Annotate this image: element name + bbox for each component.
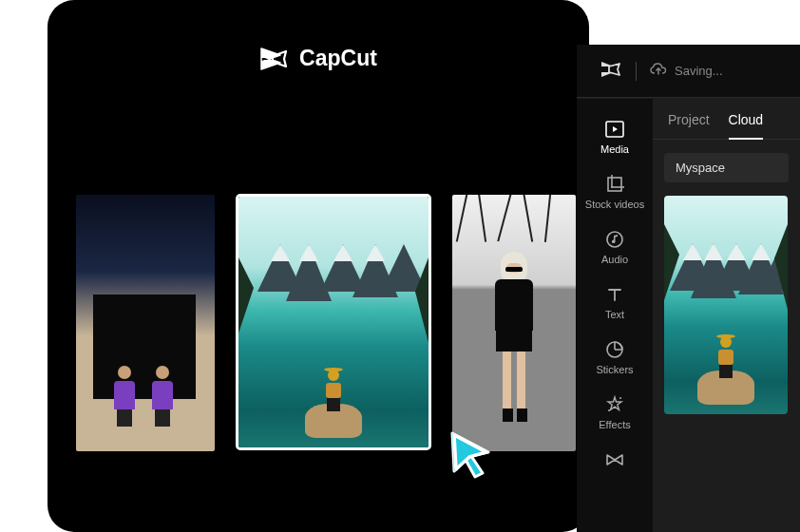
svg-point-10 bbox=[608, 409, 610, 411]
sidebar-item-stock-videos[interactable]: Stock videos bbox=[577, 169, 653, 215]
sidebar-item-audio[interactable]: Audio bbox=[577, 224, 653, 270]
sidebar-label: Audio bbox=[601, 254, 628, 265]
cursor-icon bbox=[447, 428, 498, 484]
audio-icon bbox=[604, 229, 625, 250]
transition-icon bbox=[604, 449, 625, 470]
dropdown-selected-label: Myspace bbox=[676, 161, 725, 175]
space-dropdown[interactable]: Myspace bbox=[664, 153, 789, 182]
tab-cloud[interactable]: Cloud bbox=[729, 112, 764, 139]
capcut-logo-icon[interactable] bbox=[600, 60, 622, 83]
gallery bbox=[76, 195, 576, 451]
save-status: Saving... bbox=[650, 63, 723, 79]
main-panel: CapCut bbox=[48, 0, 589, 532]
capcut-logo-icon bbox=[259, 47, 290, 71]
editor-sidebar: Media Stock videos Audio Text Stickers bbox=[577, 99, 653, 532]
sidebar-label: Text bbox=[605, 309, 624, 320]
effects-icon bbox=[604, 394, 625, 415]
brand-name: CapCut bbox=[299, 46, 377, 71]
svg-rect-2 bbox=[608, 178, 621, 191]
sidebar-item-media[interactable]: Media bbox=[577, 114, 653, 160]
sidebar-item-text[interactable]: Text bbox=[577, 279, 653, 325]
sidebar-item-effects[interactable]: Effects bbox=[577, 390, 653, 435]
sidebar-label: Stickers bbox=[596, 364, 633, 375]
tab-project[interactable]: Project bbox=[668, 112, 710, 139]
sidebar-label: Media bbox=[600, 143, 629, 155]
sidebar-label: Stock videos bbox=[585, 199, 644, 210]
gallery-thumb-3[interactable] bbox=[452, 195, 576, 451]
divider bbox=[636, 62, 637, 81]
editor-panel: Saving... Media Stock videos Audio Te bbox=[577, 46, 800, 532]
editor-topbar: Saving... bbox=[577, 45, 800, 98]
gallery-thumb-1[interactable] bbox=[76, 195, 215, 451]
sidebar-item-stickers[interactable]: Stickers bbox=[577, 334, 653, 380]
sidebar-label: Effects bbox=[599, 419, 630, 430]
editor-content: Project Cloud Myspace bbox=[653, 99, 800, 532]
text-icon bbox=[604, 284, 625, 305]
brand-logo: CapCut bbox=[48, 0, 589, 71]
sidebar-item-more[interactable] bbox=[577, 445, 653, 475]
crop-icon bbox=[604, 174, 625, 195]
cloud-media-thumb[interactable] bbox=[664, 196, 788, 414]
gallery-thumb-2[interactable] bbox=[238, 197, 429, 447]
content-tabs: Project Cloud bbox=[653, 99, 800, 140]
stickers-icon bbox=[604, 339, 625, 360]
save-status-label: Saving... bbox=[675, 64, 723, 78]
svg-point-9 bbox=[619, 397, 621, 399]
media-icon bbox=[604, 119, 625, 140]
cloud-upload-icon bbox=[650, 63, 667, 79]
